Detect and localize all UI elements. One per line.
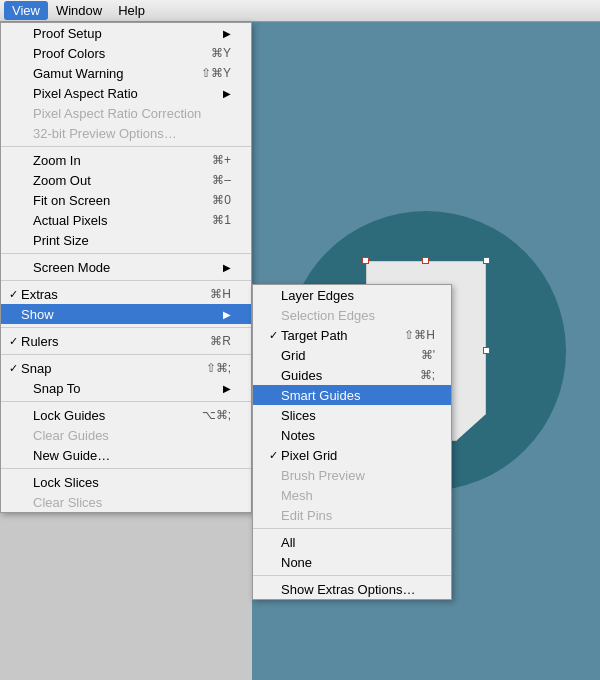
- snap-to-arrow: ▶: [223, 383, 231, 394]
- separator-3: [1, 280, 251, 281]
- handle-mid-right[interactable]: [483, 347, 490, 354]
- pixel-aspect-ratio-arrow: ▶: [223, 88, 231, 99]
- menu-lock-guides[interactable]: Lock Guides ⌥⌘;: [1, 405, 251, 425]
- proof-setup-label: Proof Setup: [33, 26, 219, 41]
- lock-guides-shortcut: ⌥⌘;: [202, 408, 231, 422]
- menu-snap-to[interactable]: Snap To ▶: [1, 378, 251, 398]
- menu-proof-colors[interactable]: Proof Colors ⌘Y: [1, 43, 251, 63]
- fit-on-screen-shortcut: ⌘0: [212, 193, 231, 207]
- clear-slices-label: Clear Slices: [33, 495, 231, 510]
- submenu-grid[interactable]: Grid ⌘': [253, 345, 451, 365]
- separator-6: [1, 401, 251, 402]
- menu-snap[interactable]: ✓ Snap ⇧⌘;: [1, 358, 251, 378]
- extras-checkmark: ✓: [9, 288, 21, 301]
- grid-shortcut: ⌘': [421, 348, 435, 362]
- lock-guides-label: Lock Guides: [33, 408, 182, 423]
- menubar-help[interactable]: Help: [110, 1, 153, 20]
- target-path-shortcut: ⇧⌘H: [404, 328, 435, 342]
- submenu-target-path[interactable]: ✓ Target Path ⇧⌘H: [253, 325, 451, 345]
- all-label: All: [281, 535, 435, 550]
- menu-new-guide[interactable]: New Guide…: [1, 445, 251, 465]
- menu-actual-pixels[interactable]: Actual Pixels ⌘1: [1, 210, 251, 230]
- 32bit-preview-label: 32-bit Preview Options…: [33, 126, 231, 141]
- actual-pixels-shortcut: ⌘1: [212, 213, 231, 227]
- submenu-guides[interactable]: Guides ⌘;: [253, 365, 451, 385]
- handle-top-left[interactable]: [362, 257, 369, 264]
- zoom-in-label: Zoom In: [33, 153, 192, 168]
- proof-colors-shortcut: ⌘Y: [211, 46, 231, 60]
- separator-2: [1, 253, 251, 254]
- menu-lock-slices[interactable]: Lock Slices: [1, 472, 251, 492]
- menu-zoom-out[interactable]: Zoom Out ⌘–: [1, 170, 251, 190]
- screen-mode-arrow: ▶: [223, 262, 231, 273]
- pixel-grid-label: Pixel Grid: [281, 448, 435, 463]
- new-guide-label: New Guide…: [33, 448, 231, 463]
- handle-top-center[interactable]: [422, 257, 429, 264]
- menu-show[interactable]: Show ▶: [1, 304, 251, 324]
- menu-extras[interactable]: ✓ Extras ⌘H: [1, 284, 251, 304]
- submenu-show-extras-options[interactable]: Show Extras Options…: [253, 579, 451, 599]
- notes-label: Notes: [281, 428, 435, 443]
- menu-fit-on-screen[interactable]: Fit on Screen ⌘0: [1, 190, 251, 210]
- snap-label: Snap: [21, 361, 186, 376]
- menu-pixel-aspect-ratio[interactable]: Pixel Aspect Ratio ▶: [1, 83, 251, 103]
- submenu-selection-edges[interactable]: Selection Edges: [253, 305, 451, 325]
- menu-rulers[interactable]: ✓ Rulers ⌘R: [1, 331, 251, 351]
- layer-edges-label: Layer Edges: [281, 288, 435, 303]
- menubar-view[interactable]: View: [4, 1, 48, 20]
- show-label: Show: [21, 307, 219, 322]
- menu-gamut-warning[interactable]: Gamut Warning ⇧⌘Y: [1, 63, 251, 83]
- menu-pixel-aspect-ratio-correction[interactable]: Pixel Aspect Ratio Correction: [1, 103, 251, 123]
- snap-to-label: Snap To: [33, 381, 219, 396]
- submenu-all[interactable]: All: [253, 532, 451, 552]
- gamut-warning-label: Gamut Warning: [33, 66, 181, 81]
- submenu-slices[interactable]: Slices: [253, 405, 451, 425]
- submenu-layer-edges[interactable]: Layer Edges: [253, 285, 451, 305]
- menu-screen-mode[interactable]: Screen Mode ▶: [1, 257, 251, 277]
- separator-1: [1, 146, 251, 147]
- menu-clear-guides[interactable]: Clear Guides: [1, 425, 251, 445]
- none-label: None: [281, 555, 435, 570]
- submenu-edit-pins[interactable]: Edit Pins: [253, 505, 451, 525]
- menu-print-size[interactable]: Print Size: [1, 230, 251, 250]
- pixel-grid-checkmark: ✓: [269, 449, 281, 462]
- menu-clear-slices[interactable]: Clear Slices: [1, 492, 251, 512]
- menu-proof-setup[interactable]: Proof Setup ▶: [1, 23, 251, 43]
- mesh-label: Mesh: [281, 488, 435, 503]
- sub-separator-2: [253, 575, 451, 576]
- submenu-smart-guides[interactable]: Smart Guides: [253, 385, 451, 405]
- submenu-brush-preview[interactable]: Brush Preview: [253, 465, 451, 485]
- screen-mode-label: Screen Mode: [33, 260, 219, 275]
- handle-top-right[interactable]: [483, 257, 490, 264]
- extras-shortcut: ⌘H: [210, 287, 231, 301]
- lock-slices-label: Lock Slices: [33, 475, 231, 490]
- submenu-none[interactable]: None: [253, 552, 451, 572]
- submenu-notes[interactable]: Notes: [253, 425, 451, 445]
- menubar: View Window Help: [0, 0, 600, 22]
- menubar-window[interactable]: Window: [48, 1, 110, 20]
- selection-edges-label: Selection Edges: [281, 308, 435, 323]
- show-arrow: ▶: [223, 309, 231, 320]
- target-path-checkmark: ✓: [269, 329, 281, 342]
- separator-4: [1, 327, 251, 328]
- zoom-in-shortcut: ⌘+: [212, 153, 231, 167]
- separator-5: [1, 354, 251, 355]
- menu-zoom-in[interactable]: Zoom In ⌘+: [1, 150, 251, 170]
- gamut-warning-shortcut: ⇧⌘Y: [201, 66, 231, 80]
- clear-guides-label: Clear Guides: [33, 428, 231, 443]
- submenu-pixel-grid[interactable]: ✓ Pixel Grid: [253, 445, 451, 465]
- view-menu-dropdown: Proof Setup ▶ Proof Colors ⌘Y Gamut Warn…: [0, 22, 252, 513]
- rulers-label: Rulers: [21, 334, 190, 349]
- actual-pixels-label: Actual Pixels: [33, 213, 192, 228]
- menu-32bit-preview[interactable]: 32-bit Preview Options…: [1, 123, 251, 143]
- guides-shortcut: ⌘;: [420, 368, 435, 382]
- smart-guides-label: Smart Guides: [281, 388, 435, 403]
- fit-on-screen-label: Fit on Screen: [33, 193, 192, 208]
- zoom-out-label: Zoom Out: [33, 173, 192, 188]
- proof-colors-label: Proof Colors: [33, 46, 191, 61]
- submenu-mesh[interactable]: Mesh: [253, 485, 451, 505]
- pixel-aspect-ratio-label: Pixel Aspect Ratio: [33, 86, 219, 101]
- rulers-checkmark: ✓: [9, 335, 21, 348]
- show-submenu-dropdown: Layer Edges Selection Edges ✓ Target Pat…: [252, 284, 452, 600]
- snap-shortcut: ⇧⌘;: [206, 361, 231, 375]
